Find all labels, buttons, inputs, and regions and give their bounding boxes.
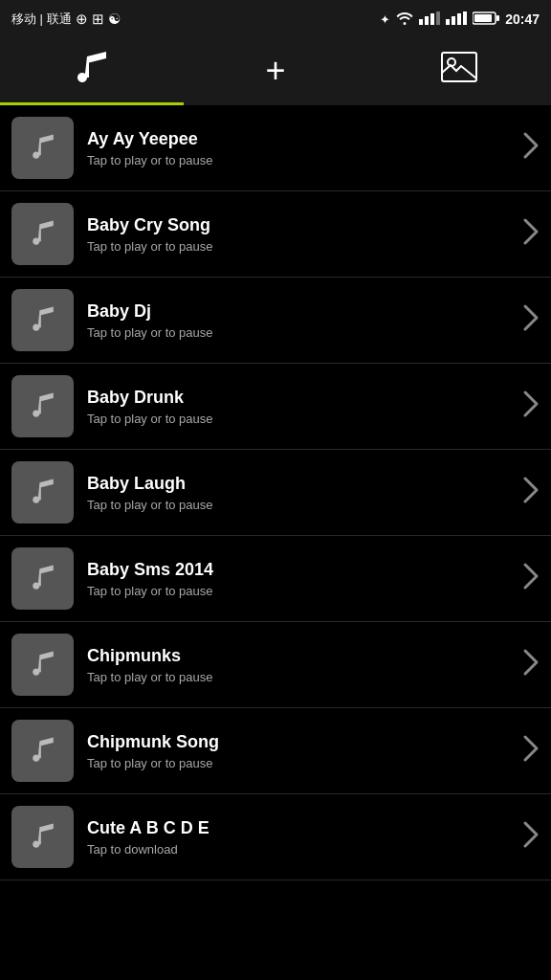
gallery-icon — [441, 52, 477, 89]
chevron-right-icon — [522, 390, 540, 424]
status-bar: 移动 | 联通 ⊕ ⊞ ☯ ✦ — [0, 0, 551, 38]
song-title: Baby Sms 2014 — [87, 560, 513, 580]
svg-rect-21 — [26, 820, 60, 855]
song-title: Chipmunks — [87, 646, 513, 666]
song-subtitle: Tap to play or to pause — [87, 325, 513, 340]
nav-bar: + — [0, 38, 551, 105]
song-list: Ay Ay Yeepee Tap to play or to pause Bab… — [0, 105, 551, 880]
song-thumbnail — [11, 117, 74, 179]
signal-icons: ⊕ ⊞ ☯ — [76, 11, 121, 28]
chevron-right-icon — [522, 303, 540, 338]
svg-rect-20 — [26, 734, 60, 768]
song-item[interactable]: Chipmunks Tap to play or to pause — [0, 622, 551, 708]
svg-rect-4 — [446, 19, 450, 25]
song-item[interactable]: Baby Sms 2014 Tap to play or to pause — [0, 536, 551, 622]
svg-rect-3 — [436, 11, 440, 25]
song-title: Baby Laugh — [87, 474, 513, 494]
song-info: Baby Sms 2014 Tap to play or to pause — [87, 560, 513, 598]
song-thumbnail — [11, 806, 74, 868]
song-title: Ay Ay Yeepee — [87, 129, 513, 149]
music-note-icon — [73, 49, 111, 92]
svg-rect-1 — [425, 16, 429, 25]
svg-rect-15 — [26, 303, 60, 338]
song-title: Cute A B C D E — [87, 818, 513, 838]
add-icon: + — [265, 51, 285, 91]
song-subtitle: Tap to play or to pause — [87, 756, 513, 770]
song-info: Baby Dj Tap to play or to pause — [87, 301, 513, 340]
status-right: ✦ — [380, 11, 540, 28]
wifi-icon — [396, 11, 413, 28]
song-subtitle: Tap to play or to pause — [87, 584, 513, 598]
svg-rect-16 — [26, 390, 60, 424]
signal-bars — [419, 11, 440, 28]
song-thumbnail — [11, 547, 74, 610]
status-left: 移动 | 联通 ⊕ ⊞ ☯ — [11, 11, 121, 28]
time-display: 20:47 — [505, 11, 540, 27]
svg-rect-7 — [463, 11, 467, 25]
svg-rect-14 — [26, 217, 60, 252]
song-info: Baby Drunk Tap to play or to pause — [87, 388, 513, 426]
song-thumbnail — [11, 720, 74, 782]
tab-music[interactable] — [0, 38, 184, 102]
svg-rect-5 — [452, 16, 455, 25]
song-subtitle: Tap to play or to pause — [87, 239, 513, 254]
chevron-right-icon — [522, 648, 540, 682]
song-info: Baby Laugh Tap to play or to pause — [87, 474, 513, 512]
chevron-right-icon — [522, 476, 540, 510]
svg-rect-2 — [430, 13, 434, 25]
signal-bars-2 — [446, 11, 467, 28]
song-info: Chipmunk Song Tap to play or to pause — [87, 732, 513, 770]
song-item[interactable]: Baby Laugh Tap to play or to pause — [0, 450, 551, 536]
carrier-text: 移动 | 联通 — [11, 11, 72, 28]
song-title: Baby Dj — [87, 301, 513, 322]
svg-rect-18 — [26, 562, 60, 596]
song-thumbnail — [11, 375, 74, 437]
song-thumbnail — [11, 634, 74, 696]
song-title: Baby Cry Song — [87, 215, 513, 235]
svg-rect-13 — [26, 131, 60, 166]
song-thumbnail — [11, 461, 74, 523]
svg-rect-9 — [474, 14, 492, 22]
song-info: Cute A B C D E Tap to download — [87, 818, 513, 857]
song-subtitle: Tap to play or to pause — [87, 670, 513, 684]
chevron-right-icon — [522, 217, 540, 252]
song-item[interactable]: Baby Cry Song Tap to play or to pause — [0, 191, 551, 278]
song-title: Baby Drunk — [87, 388, 513, 408]
svg-rect-17 — [26, 476, 60, 510]
song-item[interactable]: Baby Drunk Tap to play or to pause — [0, 364, 551, 450]
bluetooth-icon: ✦ — [380, 12, 390, 27]
song-item[interactable]: Chipmunk Song Tap to play or to pause — [0, 708, 551, 794]
song-subtitle: Tap to play or to pause — [87, 412, 513, 426]
svg-rect-6 — [457, 13, 461, 25]
song-item[interactable]: Cute A B C D E Tap to download — [0, 794, 551, 880]
song-thumbnail — [11, 289, 74, 351]
tab-add[interactable]: + — [184, 38, 367, 102]
tab-gallery[interactable] — [367, 38, 551, 102]
song-info: Ay Ay Yeepee Tap to play or to pause — [87, 129, 513, 167]
song-subtitle: Tap to play or to pause — [87, 498, 513, 512]
song-item[interactable]: Ay Ay Yeepee Tap to play or to pause — [0, 105, 551, 191]
chevron-right-icon — [522, 562, 540, 596]
chevron-right-icon — [522, 734, 540, 768]
song-thumbnail — [11, 203, 74, 265]
chevron-right-icon — [522, 820, 540, 855]
battery-icon — [473, 11, 499, 28]
song-info: Baby Cry Song Tap to play or to pause — [87, 215, 513, 254]
song-subtitle: Tap to download — [87, 842, 513, 857]
song-item[interactable]: Baby Dj Tap to play or to pause — [0, 278, 551, 364]
song-title: Chipmunk Song — [87, 732, 513, 752]
svg-rect-19 — [26, 648, 60, 682]
song-info: Chipmunks Tap to play or to pause — [87, 646, 513, 684]
song-subtitle: Tap to play or to pause — [87, 153, 513, 167]
chevron-right-icon — [522, 131, 540, 166]
svg-rect-0 — [419, 19, 423, 25]
svg-rect-10 — [496, 15, 499, 21]
